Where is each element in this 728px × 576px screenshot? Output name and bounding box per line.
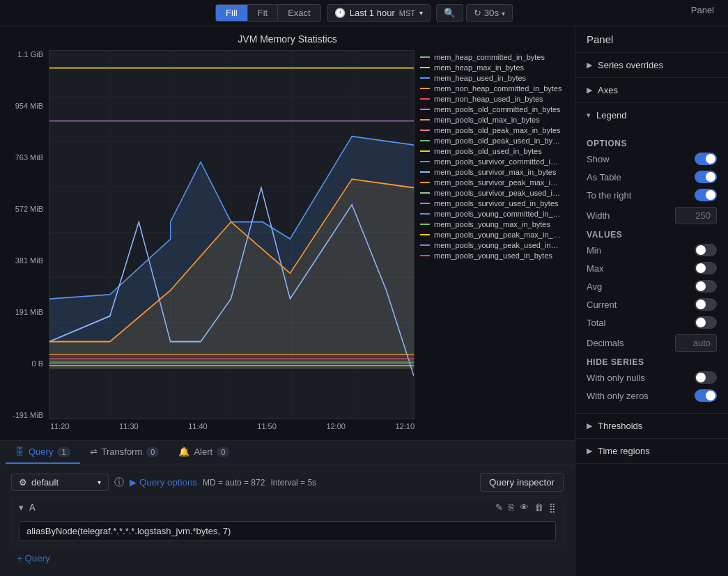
chart-area: JVM Memory Statistics 1.1 GiB 954 MiB 76…: [0, 26, 575, 576]
series-overrides-header[interactable]: ▶ Series overrides: [575, 53, 728, 77]
thresholds-header[interactable]: ▶ Thresholds: [575, 414, 728, 438]
add-query-button[interactable]: + Query: [11, 549, 56, 568]
transform-icon: ⇌: [90, 446, 98, 457]
thresholds-label: Thresholds: [598, 421, 642, 431]
tab-alert[interactable]: 🔔 Alert 0: [169, 441, 239, 464]
info-button[interactable]: ⓘ: [114, 476, 124, 489]
query-options-button[interactable]: ▶ Query options: [130, 477, 197, 488]
chart-title: JVM Memory Statistics: [7, 33, 568, 45]
chevron-down-icon-refresh: ▾: [502, 10, 505, 17]
max-option-row: Max: [587, 262, 717, 274]
query-row-actions: ✎ ⎘ 👁 🗑 ⣿: [495, 502, 556, 513]
series-overrides-label: Series overrides: [598, 60, 663, 70]
series-overrides-section: ▶ Series overrides: [575, 53, 728, 78]
query-inspector-button[interactable]: Query inspector: [480, 473, 564, 492]
datasource-label: default: [31, 477, 59, 488]
fill-button[interactable]: Fill: [216, 5, 248, 21]
legend-item: mem_pools_old_committed_in_bytes: [420, 105, 562, 114]
nulls-toggle[interactable]: [695, 371, 717, 384]
chart-body: 1.1 GiB 954 MiB 763 MiB 572 MiB 381 MiB …: [7, 50, 568, 433]
to-right-toggle[interactable]: [695, 189, 717, 201]
info-icon: ⓘ: [114, 476, 124, 488]
delete-icon[interactable]: 🗑: [534, 502, 543, 513]
time-range-label: Last 1 hour: [350, 8, 395, 18]
query-interval-label: Interval = 5s: [270, 478, 316, 488]
drag-icon[interactable]: ⣿: [549, 502, 556, 513]
legend-area: mem_heap_committed_in_bytes mem_heap_max…: [415, 50, 568, 433]
chevron-down-icon-ds: ▾: [98, 478, 101, 486]
as-table-toggle[interactable]: [695, 171, 717, 183]
x-label-6: 12:10: [395, 422, 415, 430]
zeros-toggle[interactable]: [695, 389, 717, 402]
avg-label: Avg: [587, 281, 602, 292]
y-label-4: 572 MiB: [15, 205, 43, 213]
show-toggle[interactable]: [695, 153, 717, 165]
datasource-select[interactable]: ⚙ default ▾: [11, 474, 109, 491]
chart-x-axis: 11:20 11:30 11:40 11:50 12:00 12:10: [49, 419, 415, 433]
width-label: Width: [587, 210, 610, 221]
legend-item: mem_pools_young_used_in_bytes: [420, 251, 562, 260]
y-label-7: 0 B: [31, 359, 43, 368]
fit-button[interactable]: Fit: [248, 5, 278, 21]
zoom-out-button[interactable]: 🔍: [436, 4, 463, 22]
tab-transform-label: Transform: [102, 446, 143, 457]
query-row-header: ▾ A ✎ ⎘ 👁 🗑 ⣿: [12, 498, 563, 517]
query-count-badge: 1: [57, 447, 70, 457]
legend-item: mem_pools_survivor_max_in_bytes: [420, 168, 562, 176]
exact-button[interactable]: Exact: [278, 5, 320, 21]
legend-item: mem_heap_max_in_bytes: [420, 63, 562, 72]
database-icon: 🗄: [15, 446, 24, 457]
hide-series-title: Hide series: [587, 357, 717, 367]
total-label: Total: [587, 318, 605, 328]
legend-item: mem_pools_old_peak_max_in_bytes: [420, 126, 562, 134]
query-expression-input[interactable]: [19, 521, 556, 541]
chevron-right-icon-thresholds: ▶: [587, 421, 592, 430]
edit-icon[interactable]: ✎: [495, 502, 503, 513]
refresh-button[interactable]: ↻ 30s ▾: [466, 4, 513, 22]
x-label-5: 12:00: [326, 422, 346, 430]
alert-icon: 🔔: [178, 446, 189, 457]
legend-header[interactable]: ▾ Legend: [575, 103, 728, 127]
axes-header[interactable]: ▶ Axes: [575, 78, 728, 102]
legend-item: mem_pools_old_used_in_bytes: [420, 147, 562, 155]
time-regions-label: Time regions: [598, 446, 650, 456]
chevron-right-icon-axes: ▶: [587, 86, 592, 95]
legend-item: mem_pools_survivor_used_in_bytes: [420, 199, 562, 208]
tab-query[interactable]: 🗄 Query 1: [6, 441, 80, 464]
legend-content: Options Show As Table To the right Width: [575, 127, 728, 413]
total-toggle[interactable]: [695, 316, 717, 329]
legend-item: mem_pools_survivor_peak_used_in_bytes: [420, 189, 562, 197]
min-toggle[interactable]: [695, 244, 717, 256]
tab-transform[interactable]: ⇌ Transform 0: [80, 441, 169, 464]
to-right-option-row: To the right: [587, 189, 717, 201]
query-md-label: MD = auto = 872: [203, 478, 265, 488]
current-option-row: Current: [587, 298, 717, 311]
chevron-right-icon-time: ▶: [587, 446, 592, 456]
view-icon[interactable]: 👁: [520, 502, 529, 513]
x-label-4: 11:50: [257, 422, 277, 430]
time-regions-header[interactable]: ▶ Time regions: [575, 439, 728, 463]
as-table-option-row: As Table: [587, 171, 717, 183]
legend-item: mem_non_heap_used_in_bytes: [420, 95, 562, 103]
legend-label: Legend: [596, 110, 626, 120]
query-row-a: ▾ A ✎ ⎘ 👁 🗑 ⣿: [11, 497, 564, 546]
width-input[interactable]: [675, 207, 717, 224]
decimals-input[interactable]: [675, 334, 717, 352]
legend-item: mem_pools_young_peak_used_in_bytes: [420, 241, 562, 249]
y-label-2: 954 MiB: [15, 102, 43, 110]
right-panel: Panel ▶ Series overrides ▶ Axes ▾ Legend…: [575, 26, 728, 576]
max-toggle[interactable]: [695, 262, 717, 274]
nulls-option-row: With only nulls: [587, 371, 717, 384]
query-row-body: [12, 517, 563, 545]
tab-query-label: Query: [29, 446, 53, 457]
legend-item: mem_pools_young_committed_in_bytes: [420, 210, 562, 218]
chevron-right-icon-series: ▶: [587, 61, 592, 70]
time-range-picker[interactable]: 🕐 Last 1 hour MST ▾: [327, 4, 431, 22]
legend-item: mem_pools_young_peak_max_in_bytes: [420, 231, 562, 239]
avg-toggle[interactable]: [695, 280, 717, 293]
x-label-2: 11:30: [119, 422, 139, 430]
copy-icon[interactable]: ⎘: [509, 502, 514, 513]
panel-label: Panel: [691, 5, 714, 15]
legend-section: ▾ Legend Options Show As Table To the ri…: [575, 103, 728, 414]
current-toggle[interactable]: [695, 298, 717, 311]
